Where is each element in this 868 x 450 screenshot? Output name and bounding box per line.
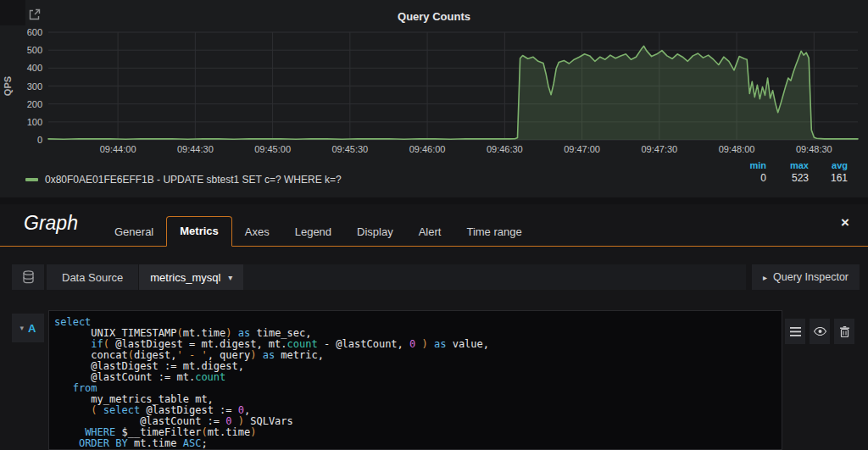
x-axis-tick-label: 09:45:30 [331,144,368,154]
toolbar-filler [243,264,746,290]
y-axis-tick-label: 300 [27,81,42,92]
editor-tabs: General Metrics Axes Legend Display Aler… [102,216,535,247]
datasource-icon-button[interactable] [12,264,44,290]
database-cylinder-icon [22,270,35,284]
stat-avg-value: 161 [814,172,848,184]
close-icon[interactable]: × [841,215,849,230]
datasource-toolbar: Data Source metrics_mysql ▾ ▸ Query Insp… [12,264,860,290]
series-label[interactable]: 0x80F0AE01FE6EFF1B - UPDATE sbtest1 SET … [45,174,342,186]
sql-query-editor[interactable]: select UNIX_TIMESTAMP(mt.time) as time_s… [48,310,782,450]
datasource-value: metrics_mysql [150,271,220,284]
series-color-swatch [25,178,38,181]
chevron-right-icon: ▸ [763,273,767,282]
query-menu-button[interactable] [785,319,805,344]
query-ref-toggle[interactable]: ▾ A [12,314,44,342]
x-axis-tick-label: 09:44:30 [177,144,214,154]
x-axis-tick-label: 09:46:30 [487,144,523,154]
x-axis-tick-label: 09:46:00 [409,144,446,154]
y-axis-tick-label: 200 [27,99,42,109]
stat-min-value: 0 [732,172,766,184]
tab-time-range[interactable]: Time range [453,218,534,247]
stat-avg-header: avg [814,160,848,170]
sql-line: @lastCount := mt.count [54,372,782,383]
query-inspector-button[interactable]: ▸ Query Inspector [752,264,860,290]
legend-item[interactable]: 0x80F0AE01FE6EFF1B - UPDATE sbtest1 SET … [25,174,342,186]
tab-alert[interactable]: Alert [406,218,454,247]
x-axis-tick-label: 09:44:00 [100,144,136,154]
tab-metrics[interactable]: Metrics [166,216,232,247]
chevron-down-icon: ▾ [20,324,25,332]
eye-icon [814,327,826,336]
y-axis-tick-label: 0 [37,135,42,145]
y-axis-tick-label: 600 [27,27,42,37]
query-inspector-label: Query Inspector [773,271,849,283]
stat-min-header: min [732,160,766,170]
x-axis-tick-label: 09:48:30 [796,144,832,154]
legend-stats: min max avg 0 523 161 [732,160,848,184]
delete-query-button[interactable] [834,319,854,344]
x-axis-tick-label: 09:47:30 [641,144,677,154]
graph-panel: Query Counts 010020030040050060009:44:00… [0,0,868,197]
datasource-select[interactable]: metrics_mysql ▾ [139,264,243,290]
x-axis-tick-label: 09:48:00 [719,144,755,154]
tab-axes[interactable]: Axes [232,218,282,247]
editor-header: Graph General Metrics Axes Legend Displa… [0,204,868,247]
tab-display[interactable]: Display [344,218,406,247]
tab-general[interactable]: General [102,218,166,247]
y-axis-title: QPS [3,76,13,96]
trash-icon [840,326,849,337]
chevron-down-icon: ▾ [228,273,232,282]
sql-code: select UNIX_TIMESTAMP(mt.time) as time_s… [54,317,782,449]
panel-editor: Graph General Metrics Axes Legend Displa… [0,204,868,450]
x-axis-tick-label: 09:45:00 [254,144,291,154]
y-axis-tick-label: 500 [27,45,42,55]
tab-legend[interactable]: Legend [282,218,344,247]
x-axis-tick-label: 09:47:00 [564,144,600,154]
panel-type-title: Graph [24,212,78,235]
hamburger-menu-icon [790,327,801,336]
stat-max-header: max [771,160,809,170]
stat-max-value: 523 [771,172,809,184]
toggle-visibility-button[interactable] [810,319,830,344]
query-action-buttons [785,319,854,344]
query-ref-letter: A [28,322,36,335]
sql-line: ORDER BY mt.time ASC; [54,438,782,449]
datasource-label: Data Source [47,264,138,290]
y-axis-tick-label: 400 [27,63,42,73]
y-axis-tick-label: 100 [27,117,42,127]
